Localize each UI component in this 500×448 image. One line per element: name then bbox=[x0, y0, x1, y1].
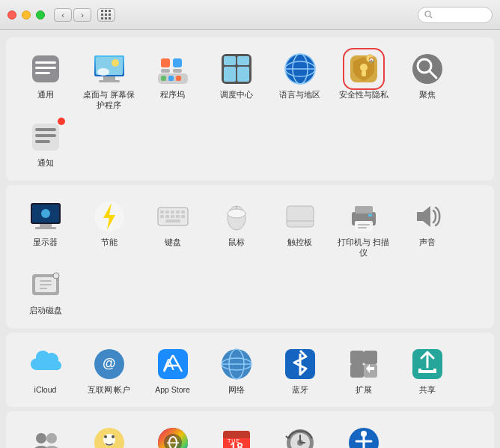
grid-button[interactable] bbox=[97, 8, 115, 22]
pref-item-general[interactable]: 通用 bbox=[13, 46, 77, 115]
svg-rect-41 bbox=[35, 134, 56, 137]
pref-item-startup[interactable]: 启动磁盘 bbox=[13, 262, 77, 321]
pref-item-users[interactable]: 用户与群组 bbox=[13, 420, 77, 448]
pref-item-extensions[interactable]: 扩展 bbox=[332, 342, 395, 400]
mission-icon bbox=[219, 51, 254, 87]
svg-point-63 bbox=[228, 209, 246, 218]
pref-item-display[interactable]: 显示器 bbox=[13, 194, 77, 262]
mission-label: 调度中心 bbox=[220, 90, 253, 100]
preference-section-section4: 用户与群组 家长控制 Siri bbox=[6, 411, 494, 448]
pref-item-accessibility[interactable]: 辅助功能 bbox=[332, 420, 395, 448]
svg-rect-33 bbox=[362, 70, 366, 76]
svg-rect-71 bbox=[368, 214, 372, 217]
bluetooth-label: 蓝牙 bbox=[292, 385, 308, 396]
svg-rect-9 bbox=[99, 80, 120, 82]
notification-icon bbox=[28, 119, 64, 155]
svg-rect-54 bbox=[181, 211, 185, 214]
traffic-lights bbox=[7, 10, 45, 19]
svg-rect-69 bbox=[358, 224, 370, 225]
desktop-label: 桌面与 屏幕保护程序 bbox=[80, 90, 138, 110]
svg-rect-91 bbox=[364, 351, 377, 364]
svg-rect-46 bbox=[35, 227, 56, 229]
close-button[interactable] bbox=[7, 10, 16, 19]
pref-item-internet[interactable]: @ 互联网 帐户 bbox=[77, 342, 141, 400]
svg-rect-15 bbox=[161, 69, 170, 73]
svg-rect-67 bbox=[355, 206, 373, 214]
energy-icon bbox=[91, 199, 127, 234]
keyboard-label: 键盘 bbox=[165, 237, 181, 248]
general-icon bbox=[28, 51, 64, 87]
svg-text:@: @ bbox=[103, 356, 116, 371]
back-button[interactable]: ‹ bbox=[54, 8, 72, 22]
svg-point-47 bbox=[41, 209, 50, 218]
svg-point-95 bbox=[36, 433, 46, 444]
forward-button[interactable]: › bbox=[73, 8, 91, 22]
pref-item-mission[interactable]: 调度中心 bbox=[204, 46, 268, 115]
pref-item-bluetooth[interactable]: 蓝牙 bbox=[268, 342, 332, 400]
pref-item-siri[interactable]: Siri bbox=[141, 420, 204, 448]
pref-item-energy[interactable]: 节能 bbox=[77, 194, 141, 262]
svg-rect-77 bbox=[40, 288, 47, 289]
pref-item-icloud[interactable]: iCloud bbox=[13, 342, 77, 400]
svg-rect-56 bbox=[165, 215, 169, 218]
extensions-label: 扩展 bbox=[356, 385, 372, 396]
svg-rect-5 bbox=[35, 72, 50, 74]
trackpad-icon bbox=[282, 199, 318, 234]
printer-icon bbox=[346, 199, 382, 234]
svg-rect-76 bbox=[40, 284, 52, 285]
pref-item-network[interactable]: 网络 bbox=[204, 342, 268, 400]
pref-item-appstore[interactable]: A App Store bbox=[141, 342, 204, 400]
sound-label: 声音 bbox=[419, 237, 436, 248]
network-label: 网络 bbox=[228, 385, 245, 396]
pref-item-printer[interactable]: 打印机与 扫描仪 bbox=[332, 194, 395, 262]
startup-label: 启动磁盘 bbox=[29, 306, 62, 316]
svg-point-36 bbox=[412, 54, 442, 84]
svg-rect-60 bbox=[165, 220, 180, 223]
sharing-label: 共享 bbox=[419, 385, 436, 396]
maximize-button[interactable] bbox=[36, 10, 45, 19]
pref-item-keyboard[interactable]: 键盘 bbox=[141, 194, 204, 262]
svg-rect-45 bbox=[40, 224, 52, 227]
pref-item-security[interactable]: 🏠 安全性与隐私 bbox=[332, 46, 395, 115]
users-icon bbox=[28, 425, 64, 448]
preference-section-section1: 通用 桌面与 屏幕保护程序 程序坞 调度中心 bbox=[6, 37, 494, 181]
svg-rect-50 bbox=[160, 211, 164, 214]
security-icon: 🏠 bbox=[346, 51, 382, 87]
pref-item-sound[interactable]: 声音 bbox=[395, 194, 459, 262]
pref-item-trackpad[interactable]: 触控板 bbox=[268, 194, 332, 262]
svg-point-74 bbox=[53, 273, 59, 279]
pref-item-mouse[interactable]: 鼠标 bbox=[204, 194, 268, 262]
pref-item-timemachine[interactable]: 时间机器 bbox=[268, 420, 332, 448]
pref-item-language[interactable]: 语言与地区 bbox=[268, 46, 332, 115]
svg-point-12 bbox=[97, 68, 109, 76]
energy-label: 节能 bbox=[101, 237, 118, 248]
minimize-button[interactable] bbox=[22, 10, 31, 19]
pref-item-notification[interactable]: 通知 bbox=[13, 115, 77, 173]
svg-text:🏠: 🏠 bbox=[368, 56, 374, 63]
accessibility-icon bbox=[346, 425, 382, 448]
pref-item-desktop[interactable]: 桌面与 屏幕保护程序 bbox=[77, 46, 141, 115]
display-icon bbox=[28, 199, 64, 234]
pref-item-dock[interactable]: 程序坞 bbox=[141, 46, 204, 115]
svg-rect-18 bbox=[161, 76, 166, 81]
siri-icon bbox=[155, 425, 191, 448]
search-box[interactable] bbox=[418, 7, 493, 23]
preference-section-section2: 显示器 节能 键盘 鼠标 触控板 bbox=[6, 185, 494, 328]
content: 通用 桌面与 屏幕保护程序 程序坞 调度中心 bbox=[0, 30, 500, 448]
keyboard-icon bbox=[155, 199, 191, 234]
pref-item-datetime[interactable]: 18 TUE 日期与时间 bbox=[204, 420, 268, 448]
svg-rect-22 bbox=[224, 56, 236, 65]
notification-label: 通知 bbox=[37, 158, 54, 169]
timemachine-icon bbox=[282, 425, 318, 448]
pref-item-parental[interactable]: 家长控制 bbox=[77, 420, 141, 448]
parental-icon bbox=[91, 425, 127, 448]
internet-label: 互联网 帐户 bbox=[88, 385, 131, 396]
general-label: 通用 bbox=[37, 90, 54, 100]
display-label: 显示器 bbox=[33, 237, 58, 248]
network-icon bbox=[219, 346, 254, 382]
pref-item-sharing[interactable]: 共享 bbox=[395, 342, 459, 400]
svg-rect-17 bbox=[173, 69, 182, 73]
pref-item-spotlight[interactable]: 聚焦 bbox=[395, 46, 459, 115]
printer-label: 打印机与 扫描仪 bbox=[335, 237, 392, 258]
svg-line-1 bbox=[430, 16, 433, 19]
